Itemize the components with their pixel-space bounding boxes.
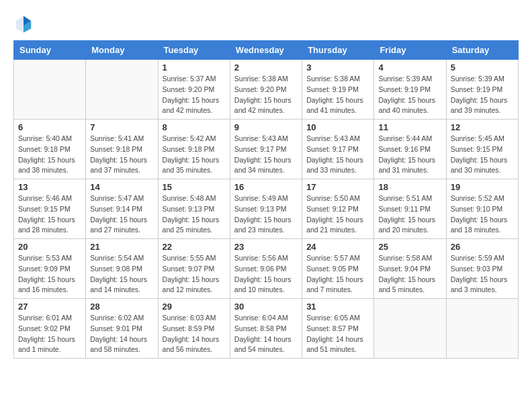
weekday-header: Friday [374,41,446,60]
calendar-cell: 27Sunrise: 6:01 AMSunset: 9:02 PMDayligh… [14,299,86,359]
logo [13,13,35,34]
day-number: 12 [451,122,514,132]
day-info: Sunrise: 5:52 AMSunset: 9:10 PMDaylight:… [451,193,514,236]
calendar-cell: 11Sunrise: 5:44 AMSunset: 9:16 PMDayligh… [374,120,446,179]
day-info: Sunrise: 5:38 AMSunset: 9:19 PMDaylight:… [306,74,369,116]
day-info: Sunrise: 5:46 AMSunset: 9:15 PMDaylight:… [18,193,81,236]
calendar-cell: 7Sunrise: 5:41 AMSunset: 9:18 PMDaylight… [86,120,158,179]
calendar-cell: 4Sunrise: 5:39 AMSunset: 9:19 PMDaylight… [374,60,446,120]
calendar-cell: 30Sunrise: 6:04 AMSunset: 8:58 PMDayligh… [230,299,302,359]
calendar-cell: 26Sunrise: 5:59 AMSunset: 9:03 PMDayligh… [446,239,518,299]
day-number: 8 [163,122,226,132]
day-number: 20 [18,242,81,252]
day-number: 3 [306,62,369,73]
calendar-cell: 16Sunrise: 5:49 AMSunset: 9:13 PMDayligh… [230,179,302,239]
day-info: Sunrise: 5:43 AMSunset: 9:17 PMDaylight:… [306,134,369,176]
calendar-cell: 10Sunrise: 5:43 AMSunset: 9:17 PMDayligh… [302,120,374,179]
day-number: 16 [234,182,298,192]
day-info: Sunrise: 5:57 AMSunset: 9:05 PMDaylight:… [306,253,369,295]
day-info: Sunrise: 5:38 AMSunset: 9:20 PMDaylight:… [234,74,298,116]
calendar-cell [446,299,518,359]
calendar-cell: 5Sunrise: 5:39 AMSunset: 9:19 PMDaylight… [446,60,518,120]
weekday-header: Wednesday [230,41,302,60]
calendar-table: SundayMondayTuesdayWednesdayThursdayFrid… [13,40,519,359]
calendar-cell: 8Sunrise: 5:42 AMSunset: 9:18 PMDaylight… [158,120,230,179]
day-number: 5 [451,62,514,73]
day-number: 14 [90,182,153,192]
weekday-header: Tuesday [158,41,230,60]
calendar-week-row: 1Sunrise: 5:37 AMSunset: 9:20 PMDaylight… [14,60,519,120]
day-number: 30 [234,302,298,312]
calendar-cell [374,299,446,359]
day-number: 28 [90,302,153,312]
day-number: 19 [451,182,514,192]
calendar-cell: 20Sunrise: 5:53 AMSunset: 9:09 PMDayligh… [14,239,86,299]
day-info: Sunrise: 5:42 AMSunset: 9:18 PMDaylight:… [163,134,226,176]
calendar-cell: 29Sunrise: 6:03 AMSunset: 8:59 PMDayligh… [158,299,230,359]
calendar-week-row: 20Sunrise: 5:53 AMSunset: 9:09 PMDayligh… [14,239,519,299]
calendar-cell: 24Sunrise: 5:57 AMSunset: 9:05 PMDayligh… [302,239,374,299]
calendar-cell: 25Sunrise: 5:58 AMSunset: 9:04 PMDayligh… [374,239,446,299]
day-number: 2 [234,62,298,73]
calendar-cell: 14Sunrise: 5:47 AMSunset: 9:14 PMDayligh… [86,179,158,239]
calendar-cell: 3Sunrise: 5:38 AMSunset: 9:19 PMDaylight… [302,60,374,120]
calendar-cell: 15Sunrise: 5:48 AMSunset: 9:13 PMDayligh… [158,179,230,239]
logo-icon [13,13,34,34]
day-info: Sunrise: 5:55 AMSunset: 9:07 PMDaylight:… [163,253,226,295]
day-info: Sunrise: 6:02 AMSunset: 9:01 PMDaylight:… [90,313,153,355]
day-info: Sunrise: 5:59 AMSunset: 9:03 PMDaylight:… [451,253,514,295]
calendar-week-row: 27Sunrise: 6:01 AMSunset: 9:02 PMDayligh… [14,299,519,359]
calendar-cell: 19Sunrise: 5:52 AMSunset: 9:10 PMDayligh… [446,179,518,239]
day-info: Sunrise: 5:43 AMSunset: 9:17 PMDaylight:… [234,134,298,176]
day-number: 27 [18,302,81,312]
calendar-cell [86,60,158,120]
day-info: Sunrise: 5:53 AMSunset: 9:09 PMDaylight:… [18,253,81,295]
day-info: Sunrise: 5:40 AMSunset: 9:18 PMDaylight:… [18,134,81,176]
calendar-header-row: SundayMondayTuesdayWednesdayThursdayFrid… [14,41,519,60]
day-info: Sunrise: 6:05 AMSunset: 8:57 PMDaylight:… [306,313,369,355]
calendar-cell [14,60,86,120]
day-number: 10 [306,122,369,132]
day-number: 26 [451,242,514,252]
day-number: 13 [18,182,81,192]
day-info: Sunrise: 6:04 AMSunset: 8:58 PMDaylight:… [234,313,298,355]
day-number: 29 [163,302,226,312]
day-info: Sunrise: 6:01 AMSunset: 9:02 PMDaylight:… [18,313,81,355]
day-info: Sunrise: 5:49 AMSunset: 9:13 PMDaylight:… [234,193,298,236]
day-number: 9 [234,122,298,132]
calendar-cell: 21Sunrise: 5:54 AMSunset: 9:08 PMDayligh… [86,239,158,299]
day-info: Sunrise: 6:03 AMSunset: 8:59 PMDaylight:… [163,313,226,355]
day-info: Sunrise: 5:41 AMSunset: 9:18 PMDaylight:… [90,134,153,176]
day-number: 7 [90,122,153,132]
day-number: 23 [234,242,298,252]
calendar-cell: 9Sunrise: 5:43 AMSunset: 9:17 PMDaylight… [230,120,302,179]
day-number: 31 [306,302,369,312]
day-number: 24 [306,242,369,252]
day-number: 1 [163,62,226,73]
day-number: 18 [378,182,441,192]
weekday-header: Saturday [446,41,518,60]
calendar-cell: 2Sunrise: 5:38 AMSunset: 9:20 PMDaylight… [230,60,302,120]
calendar-cell: 22Sunrise: 5:55 AMSunset: 9:07 PMDayligh… [158,239,230,299]
day-info: Sunrise: 5:48 AMSunset: 9:13 PMDaylight:… [163,193,226,236]
day-info: Sunrise: 5:47 AMSunset: 9:14 PMDaylight:… [90,193,153,236]
day-number: 17 [306,182,369,192]
day-info: Sunrise: 5:56 AMSunset: 9:06 PMDaylight:… [234,253,298,295]
calendar-cell: 17Sunrise: 5:50 AMSunset: 9:12 PMDayligh… [302,179,374,239]
calendar-cell: 13Sunrise: 5:46 AMSunset: 9:15 PMDayligh… [14,179,86,239]
calendar-cell: 23Sunrise: 5:56 AMSunset: 9:06 PMDayligh… [230,239,302,299]
day-info: Sunrise: 5:39 AMSunset: 9:19 PMDaylight:… [378,74,441,116]
page-header [13,13,519,34]
day-number: 4 [378,62,441,73]
day-number: 25 [378,242,441,252]
calendar-cell: 12Sunrise: 5:45 AMSunset: 9:15 PMDayligh… [446,120,518,179]
day-info: Sunrise: 5:37 AMSunset: 9:20 PMDaylight:… [163,74,226,116]
day-number: 6 [18,122,81,132]
day-info: Sunrise: 5:50 AMSunset: 9:12 PMDaylight:… [306,193,369,236]
day-info: Sunrise: 5:45 AMSunset: 9:15 PMDaylight:… [451,134,514,176]
calendar-cell: 28Sunrise: 6:02 AMSunset: 9:01 PMDayligh… [86,299,158,359]
day-number: 21 [90,242,153,252]
calendar-cell: 6Sunrise: 5:40 AMSunset: 9:18 PMDaylight… [14,120,86,179]
day-info: Sunrise: 5:39 AMSunset: 9:19 PMDaylight:… [451,74,514,116]
weekday-header: Monday [86,41,158,60]
